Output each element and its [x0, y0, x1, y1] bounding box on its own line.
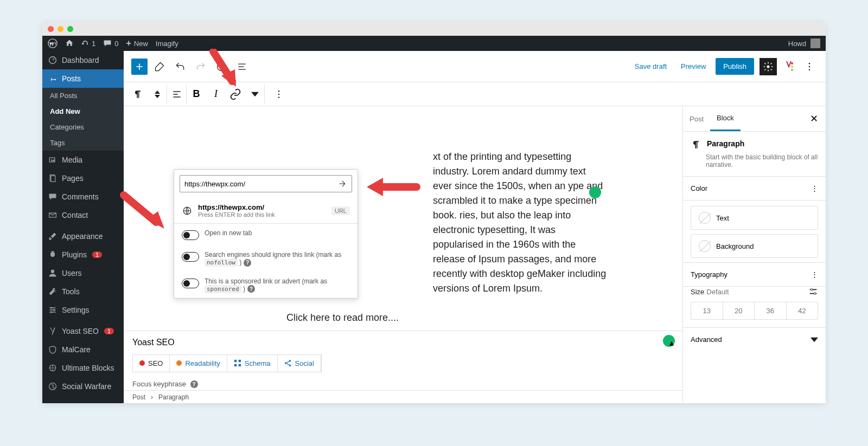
tab-post[interactable]: Post [683, 107, 710, 131]
link-button[interactable] [226, 85, 245, 104]
svg-point-18 [791, 69, 793, 71]
close-sidebar-button[interactable]: ✕ [802, 113, 826, 125]
sidebar-item-pages[interactable]: Pages [42, 169, 124, 188]
breadcrumb-post[interactable]: Post [132, 393, 145, 401]
advanced-panel-header[interactable]: Advanced [683, 327, 826, 351]
sponsored-toggle[interactable] [182, 279, 199, 288]
sidebar-item-malcare[interactable]: MalCare [42, 340, 124, 359]
url-badge: URL [331, 206, 350, 215]
yoast-icon [48, 326, 58, 336]
yoast-tab-social[interactable]: Social [278, 355, 321, 372]
sidebar-item-appearance[interactable]: Appearance [42, 227, 124, 245]
collapse-icon[interactable]: ▴ [669, 338, 674, 348]
comments-link[interactable]: 0 [103, 39, 118, 48]
settings-button[interactable] [760, 58, 777, 75]
svg-point-15 [767, 65, 770, 68]
yoast-tab-schema[interactable]: Schema [227, 355, 278, 372]
link-suggestion[interactable]: https://thewpx.com/ Press ENTER to add t… [174, 198, 358, 224]
save-draft-button[interactable]: Save draft [630, 59, 671, 74]
undo-button[interactable] [171, 58, 189, 75]
sidebar-item-contact[interactable]: Contact [42, 206, 124, 224]
typography-panel-header[interactable]: Typography⋮ [683, 262, 826, 287]
howdy-text[interactable]: Howd [788, 40, 806, 48]
italic-button[interactable]: I [206, 85, 226, 104]
preview-button[interactable]: Preview [676, 59, 710, 74]
size-option-42[interactable]: 42 [787, 302, 818, 319]
home-icon[interactable] [65, 39, 74, 48]
sidebar-subitem-all-posts[interactable]: All Posts [42, 88, 124, 104]
breadcrumb-paragraph[interactable]: Paragraph [158, 393, 189, 401]
minimize-window-icon[interactable] [58, 26, 63, 32]
sidebar-item-posts[interactable]: Posts [42, 69, 124, 88]
read-more-text[interactable]: Click here to read more.... [286, 312, 607, 324]
svg-point-33 [811, 289, 813, 291]
size-option-13[interactable]: 13 [691, 302, 723, 319]
updates-link[interactable]: 1 [81, 40, 95, 48]
empty-swatch-icon [699, 212, 711, 224]
sidebar-subitem-tags[interactable]: Tags [42, 135, 124, 151]
custom-size-icon[interactable] [808, 287, 818, 296]
details-button[interactable] [213, 58, 230, 75]
more-icon[interactable]: ⋮ [811, 270, 818, 279]
block-name: Paragraph [707, 139, 744, 148]
move-up-down-button[interactable] [148, 85, 167, 104]
add-block-button[interactable] [131, 59, 148, 75]
more-icon[interactable]: ⋮ [811, 184, 818, 192]
help-icon[interactable]: ? [247, 285, 255, 293]
sidebar-item-tools[interactable]: Tools [42, 282, 124, 301]
submit-link-icon[interactable] [337, 179, 347, 189]
maximize-window-icon[interactable] [67, 26, 73, 32]
nofollow-toggle[interactable] [182, 252, 199, 262]
edit-mode-button[interactable] [151, 58, 168, 75]
bold-button[interactable]: B [187, 85, 206, 104]
redo-button[interactable] [192, 58, 209, 75]
new-link[interactable]: +New [126, 38, 148, 48]
yoast-panel-header[interactable]: Yoast SEO ▴ [124, 331, 682, 354]
avatar[interactable] [810, 38, 820, 48]
font-size-presets: 13 20 36 42 [691, 302, 818, 320]
outline-button[interactable] [233, 58, 251, 75]
publish-button[interactable]: Publish [716, 58, 754, 75]
help-icon[interactable]: ? [190, 380, 198, 388]
paragraph-type-button[interactable] [128, 85, 148, 104]
size-option-20[interactable]: 20 [723, 302, 755, 319]
link-url-input[interactable] [184, 180, 337, 188]
blocks-icon [48, 363, 58, 373]
sidebar-item-yoast[interactable]: Yoast SEO1 [42, 322, 124, 340]
dashboard-icon [48, 55, 58, 65]
comments-icon [48, 192, 58, 202]
yoast-badge: 1 [104, 328, 114, 334]
yoast-tab-readability[interactable]: Readability [170, 355, 227, 372]
sidebar-item-plugins[interactable]: Plugins1 [42, 245, 124, 264]
editor-canvas[interactable]: https://thewpx.com/ Press ENTER to add t… [124, 106, 682, 403]
sidebar-item-ultimate-blocks[interactable]: Ultimate Blocks [42, 359, 124, 377]
sidebar-subitem-add-new[interactable]: Add New [42, 104, 124, 119]
color-panel-header[interactable]: Color⋮ [683, 177, 826, 201]
more-options-button[interactable] [801, 58, 818, 75]
pages-icon [48, 173, 58, 183]
sidebar-item-social-warfare[interactable]: Social Warfare [42, 377, 124, 396]
paragraph-block[interactable]: xt of the printing and typesetting indus… [433, 150, 607, 296]
sidebar-item-settings[interactable]: Settings [42, 301, 124, 319]
sidebar-item-media[interactable]: Media [42, 151, 124, 169]
sidebar-subitem-categories[interactable]: Categories [42, 119, 124, 135]
sidebar-item-dashboard[interactable]: Dashboard [42, 51, 124, 69]
background-color-button[interactable]: Background [691, 234, 818, 258]
yoast-traffic-light-icon[interactable] [782, 60, 795, 73]
yoast-tab-seo[interactable]: SEO [133, 355, 170, 372]
sidebar-item-comments[interactable]: Comments [42, 188, 124, 206]
wp-logo-icon[interactable] [48, 38, 58, 48]
align-button[interactable] [167, 85, 187, 104]
imagify-link[interactable]: Imagify [156, 40, 178, 48]
help-icon[interactable]: ? [244, 259, 251, 267]
more-format-button[interactable] [245, 85, 265, 104]
text-color-button[interactable]: Text [691, 206, 818, 230]
close-window-icon[interactable] [48, 26, 54, 32]
size-option-36[interactable]: 36 [755, 302, 787, 319]
block-more-options[interactable] [269, 85, 289, 104]
svg-point-7 [51, 270, 54, 273]
sidebar-item-users[interactable]: Users [42, 264, 124, 282]
tab-block[interactable]: Block [710, 106, 741, 131]
grammarly-icon[interactable] [589, 186, 601, 198]
open-new-tab-toggle[interactable] [182, 230, 199, 240]
